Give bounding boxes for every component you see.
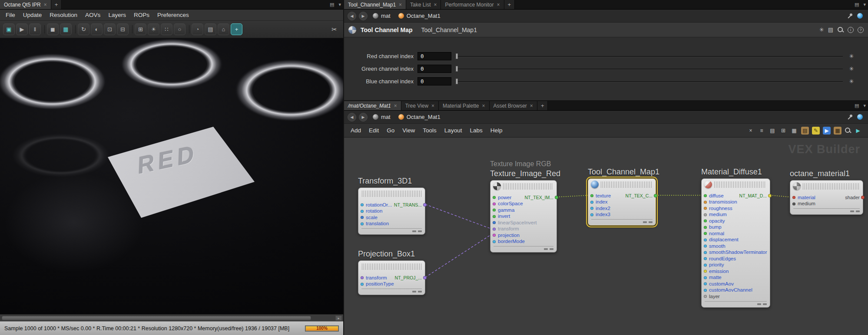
flag-icon[interactable] bbox=[856, 210, 860, 212]
new-tab-button[interactable]: + bbox=[504, 0, 515, 9]
expand-icon[interactable]: ⊡ bbox=[104, 23, 116, 35]
forward-icon[interactable]: ▶ bbox=[359, 12, 368, 20]
grid-icon[interactable]: ▤ bbox=[205, 23, 216, 35]
input-connector-dot[interactable] bbox=[361, 276, 364, 279]
preview-icon[interactable]: ▶ bbox=[823, 127, 831, 135]
close-icon[interactable]: × bbox=[394, 103, 397, 109]
flag-icon[interactable] bbox=[544, 248, 548, 250]
region-render-icon[interactable]: ▦ bbox=[60, 23, 72, 35]
pane-tab[interactable]: /mat/Octane_Mat1 × bbox=[344, 101, 401, 110]
search-icon[interactable] bbox=[837, 26, 844, 33]
recook-icon[interactable]: ✳ bbox=[819, 26, 824, 33]
input-connector-dot[interactable] bbox=[704, 245, 707, 248]
node-projection-box1[interactable]: Projection_Box1 transform NT_PROJ_... bbox=[358, 249, 425, 295]
input-connector-dot[interactable] bbox=[704, 289, 707, 292]
menu-item[interactable]: ROPs bbox=[130, 10, 153, 20]
breadcrumb-context[interactable]: mat bbox=[370, 13, 393, 19]
output-connector-dot[interactable] bbox=[555, 196, 558, 199]
flag-icon[interactable] bbox=[643, 221, 647, 223]
node-body[interactable]: transform NT_PROJ_... positionType bbox=[358, 260, 425, 295]
exposure-icon[interactable]: ◐ bbox=[91, 23, 103, 35]
flag-icon[interactable] bbox=[418, 291, 422, 292]
link-icon[interactable] bbox=[857, 114, 863, 120]
input-connector-dot[interactable] bbox=[704, 194, 707, 197]
info-icon[interactable]: i bbox=[848, 27, 854, 33]
node-name-field[interactable]: Tool_Channel_Map1 bbox=[421, 26, 815, 33]
breadcrumb-node[interactable]: Octane_Mat1 bbox=[396, 13, 443, 19]
flag-icon[interactable] bbox=[418, 230, 422, 232]
forward-icon[interactable]: ▶ bbox=[359, 113, 368, 122]
close-icon[interactable]: × bbox=[482, 103, 485, 109]
slider-thumb[interactable] bbox=[456, 66, 458, 72]
flag-icon[interactable] bbox=[412, 291, 416, 292]
search-icon[interactable] bbox=[845, 127, 851, 134]
pane-caret-icon[interactable]: ▾ bbox=[861, 0, 868, 9]
render-view-icon[interactable]: ▣ bbox=[3, 23, 15, 35]
samples-icon[interactable]: ∷ bbox=[161, 23, 172, 35]
input-connector-dot[interactable] bbox=[704, 220, 707, 223]
node-grip[interactable] bbox=[601, 181, 652, 188]
node-body[interactable]: power NT_TEX_IM... colorSpace bbox=[490, 180, 557, 253]
flag-icon[interactable] bbox=[850, 210, 854, 212]
menu-item[interactable]: View bbox=[398, 124, 419, 137]
link-icon[interactable] bbox=[857, 13, 863, 19]
output-connector-dot[interactable] bbox=[861, 196, 865, 199]
input-connector-dot[interactable] bbox=[704, 232, 707, 235]
parameter-slider[interactable] bbox=[453, 77, 846, 85]
wire-material-to-output[interactable] bbox=[770, 195, 791, 197]
node-octane-material1[interactable]: octane_material1 material shader bbox=[790, 169, 863, 215]
flag-icon[interactable] bbox=[649, 221, 653, 223]
slider-thumb[interactable] bbox=[456, 53, 458, 59]
pane-tab[interactable]: Tree View × bbox=[401, 101, 439, 110]
clay-mode-icon[interactable]: ○ bbox=[174, 23, 186, 35]
parameter-value-input[interactable]: 0 bbox=[417, 52, 451, 60]
palette-icon[interactable]: ▦ bbox=[834, 127, 841, 135]
input-connector-dot[interactable] bbox=[590, 194, 593, 197]
crop-icon[interactable]: ⊞ bbox=[135, 23, 146, 35]
input-connector-dot[interactable] bbox=[493, 196, 496, 199]
input-connector-dot[interactable] bbox=[704, 213, 707, 216]
grid-snap-icon[interactable]: ⊞ bbox=[779, 127, 787, 135]
input-connector-dot[interactable] bbox=[493, 209, 496, 212]
play-icon[interactable]: ▶ bbox=[16, 23, 28, 35]
stop-icon[interactable]: ◼ bbox=[47, 23, 59, 35]
input-connector-dot[interactable] bbox=[493, 215, 496, 218]
parameter-value-input[interactable]: 0 bbox=[417, 77, 451, 85]
input-connector-dot[interactable] bbox=[590, 200, 593, 204]
node-material-diffuse1[interactable]: Material_Diffuse1 diffuse NT_MAT_D... bbox=[701, 167, 770, 308]
node-grip[interactable] bbox=[803, 183, 859, 190]
close-icon[interactable]: × bbox=[44, 2, 47, 8]
back-icon[interactable]: ◀ bbox=[348, 113, 356, 122]
pin-icon[interactable] bbox=[847, 13, 853, 19]
tab-octane-ipr[interactable]: Octane Qt5 IPR × bbox=[0, 0, 51, 9]
node-body[interactable]: texture NT_TEX_C... index bbox=[588, 178, 656, 226]
progress-icon[interactable]: ◔ bbox=[192, 23, 203, 35]
flag-icon[interactable] bbox=[763, 303, 767, 305]
menu-item[interactable]: Update bbox=[19, 10, 46, 20]
input-connector-dot[interactable] bbox=[792, 202, 795, 205]
picker-icon[interactable]: + bbox=[231, 23, 242, 35]
input-connector-dot[interactable] bbox=[704, 263, 707, 266]
snippet-wand-icon[interactable]: ✂ bbox=[328, 23, 340, 35]
input-connector-dot[interactable] bbox=[493, 227, 496, 230]
close-icon[interactable]: × bbox=[434, 2, 437, 8]
flag-icon[interactable] bbox=[757, 303, 761, 305]
node-body[interactable]: diffuse NT_MAT_D... transmission bbox=[701, 178, 770, 308]
new-tab-button[interactable]: + bbox=[537, 101, 548, 110]
input-connector-dot[interactable] bbox=[493, 240, 496, 243]
wrench-icon[interactable]: × bbox=[747, 127, 755, 135]
close-icon[interactable]: × bbox=[399, 2, 402, 8]
input-connector-dot[interactable] bbox=[704, 207, 707, 210]
viewport-hscrollbar[interactable]: ▸ bbox=[0, 314, 343, 321]
menu-item[interactable]: Go bbox=[383, 124, 398, 137]
output-connector-dot[interactable] bbox=[423, 203, 427, 207]
node-texture-image-red[interactable]: Texture Image RGB Texture_Image_Red powe… bbox=[490, 160, 557, 253]
input-connector-dot[interactable] bbox=[361, 210, 364, 213]
input-connector-dot[interactable] bbox=[361, 282, 364, 286]
menu-item[interactable]: Tools bbox=[419, 124, 441, 137]
node-body[interactable]: material shader medium bbox=[790, 180, 863, 215]
parameter-value-input[interactable]: 0 bbox=[417, 65, 451, 73]
input-connector-dot[interactable] bbox=[792, 196, 795, 199]
sticky-note-icon[interactable]: ✎ bbox=[812, 127, 820, 135]
brightness-icon[interactable]: ☀ bbox=[148, 23, 159, 35]
